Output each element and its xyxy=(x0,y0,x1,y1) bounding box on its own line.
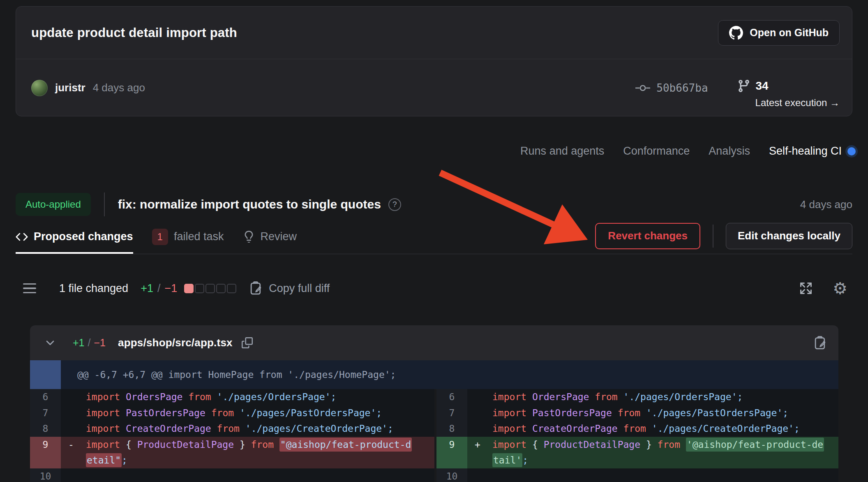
latest-execution-link[interactable]: Latest execution → xyxy=(755,97,840,109)
commit-meta-row: juristr 4 days ago 50b667ba 34 Latest ex… xyxy=(16,59,852,116)
fix-tabs-row: Proposed changes 1 failed task Review Re… xyxy=(16,222,852,254)
expand-fullscreen-icon[interactable] xyxy=(799,281,813,295)
diff-block-square xyxy=(205,284,215,293)
file-list-menu-icon[interactable] xyxy=(23,283,36,294)
commit-sha-group[interactable]: 50b667ba xyxy=(635,82,708,94)
diff-line: 6import OrdersPage from './pages/OrdersP… xyxy=(436,389,838,405)
line-content: import OrdersPage from './pages/OrdersPa… xyxy=(467,389,838,405)
code-icon xyxy=(16,231,28,243)
hunk-gutter xyxy=(30,360,61,389)
line-number: 9 xyxy=(30,437,61,468)
github-icon xyxy=(729,26,743,40)
nav-item-self-healing-ci[interactable]: Self-healing CI xyxy=(769,145,856,158)
nav-item-label: Self-healing CI xyxy=(769,145,842,158)
copy-file-diff-icon[interactable] xyxy=(814,336,827,350)
commit-icon xyxy=(635,83,651,93)
help-icon[interactable]: ? xyxy=(388,198,401,211)
diff-line: 6import OrdersPage from './pages/OrdersP… xyxy=(30,389,434,405)
diff-blocks-indicator xyxy=(184,284,236,293)
execution-group: 34 Latest execution → xyxy=(737,79,840,109)
auto-applied-badge: Auto-applied xyxy=(16,193,91,216)
fix-tabs: Proposed changes 1 failed task Review xyxy=(16,222,297,254)
edit-changes-locally-button[interactable]: Edit changes locally xyxy=(726,223,852,249)
self-healing-ci-page: update product detail import path Open o… xyxy=(0,0,868,482)
status-dot xyxy=(847,147,856,155)
diff-line: 9+import { ProductDetailPage } from '@ai… xyxy=(436,437,838,468)
line-number: 7 xyxy=(30,405,61,421)
line-number: 7 xyxy=(436,405,467,421)
clipboard-icon xyxy=(250,281,263,295)
diff-line: 7import PastOrdersPage from './pages/Pas… xyxy=(436,405,838,421)
git-branch-icon xyxy=(737,79,751,93)
diff-toolbar: 1 file changed +1 / −1 Copy full diff ⚙ xyxy=(16,271,852,306)
avatar[interactable] xyxy=(31,80,48,96)
copy-path-icon[interactable] xyxy=(242,337,253,348)
diff-block-square xyxy=(227,284,236,293)
divider xyxy=(713,225,713,248)
tab-label: Review xyxy=(261,230,297,243)
diff-block-square xyxy=(184,284,194,293)
line-number: 9 xyxy=(436,437,467,468)
nav-item-analysis[interactable]: Analysis xyxy=(709,145,750,158)
commit-author: juristr xyxy=(55,81,85,94)
line-content: import PastOrdersPage from './pages/Past… xyxy=(61,405,434,421)
line-content: -import { ProductDetailPage } from "@ais… xyxy=(61,437,434,468)
diff-panes: 6import OrdersPage from './pages/OrdersP… xyxy=(30,389,838,482)
execution-count: 34 xyxy=(756,79,769,93)
diff-block-square xyxy=(195,284,204,293)
divider xyxy=(104,192,105,216)
line-content xyxy=(61,468,434,482)
file-deletions: −1 xyxy=(94,337,106,349)
tab-proposed-changes[interactable]: Proposed changes xyxy=(16,222,133,254)
line-number: 8 xyxy=(30,421,61,437)
nav-item-runs-and-agents[interactable]: Runs and agents xyxy=(520,145,604,158)
workspace-nav: Runs and agents Conformance Analysis Sel… xyxy=(520,145,856,158)
file-slash: / xyxy=(88,337,91,349)
diff-line: 10 xyxy=(436,468,838,482)
line-content: import CreateOrderPage from './pages/Cre… xyxy=(61,421,434,437)
fix-title: fix: normalize import quotes to single q… xyxy=(118,197,381,211)
diff-line: 8import CreateOrderPage from './pages/Cr… xyxy=(30,421,434,437)
line-number: 6 xyxy=(30,389,61,405)
line-number: 6 xyxy=(436,389,467,405)
tab-review[interactable]: Review xyxy=(243,222,297,254)
file-additions: +1 xyxy=(73,337,85,349)
failed-task-count-badge: 1 xyxy=(152,229,168,245)
diff-pane-new: 6import OrdersPage from './pages/OrdersP… xyxy=(436,389,838,482)
page-title: update product detail import path xyxy=(31,25,718,40)
toolbar-additions: +1 xyxy=(141,282,153,295)
line-number: 10 xyxy=(30,468,61,482)
diff-file-header: +1 / −1 apps/shop/src/app.tsx xyxy=(30,325,838,360)
diff-file-card: +1 / −1 apps/shop/src/app.tsx @@ -6,7 +6… xyxy=(30,325,838,482)
diff-line: 7import PastOrdersPage from './pages/Pas… xyxy=(30,405,434,421)
nav-item-conformance[interactable]: Conformance xyxy=(623,145,690,158)
file-path: apps/shop/src/app.tsx xyxy=(118,336,233,349)
line-content xyxy=(467,468,838,482)
tab-failed-task[interactable]: 1 failed task xyxy=(152,222,224,254)
commit-sha: 50b667ba xyxy=(656,82,708,94)
line-content: +import { ProductDetailPage } from '@ais… xyxy=(467,437,838,468)
tab-label: Proposed changes xyxy=(34,230,133,243)
hunk-header: @@ -6,7 +6,7 @@ import HomePage from './… xyxy=(30,360,838,389)
diff-block-square xyxy=(216,284,226,293)
gear-icon[interactable]: ⚙ xyxy=(833,280,847,297)
toolbar-slash: / xyxy=(157,282,161,295)
copy-full-diff-label: Copy full diff xyxy=(269,282,330,295)
hunk-text: @@ -6,7 +6,7 @@ import HomePage from './… xyxy=(61,360,396,389)
chevron-down-icon[interactable] xyxy=(44,337,56,349)
revert-changes-button[interactable]: Revert changes xyxy=(595,223,700,249)
diff-line: 8import CreateOrderPage from './pages/Cr… xyxy=(436,421,838,437)
commit-title-row: update product detail import path Open o… xyxy=(16,7,852,59)
fix-actions: Revert changes Edit changes locally xyxy=(595,222,852,254)
diff-line: 10 xyxy=(30,468,434,482)
lightbulb-icon xyxy=(243,231,255,243)
copy-full-diff-button[interactable]: Copy full diff xyxy=(250,281,330,295)
fix-header-row: Auto-applied fix: normalize import quote… xyxy=(16,189,852,220)
open-on-github-button[interactable]: Open on GitHub xyxy=(718,20,840,46)
commit-card: update product detail import path Open o… xyxy=(16,6,852,116)
line-number: 8 xyxy=(436,421,467,437)
line-content: import CreateOrderPage from './pages/Cre… xyxy=(467,421,838,437)
line-number: 10 xyxy=(436,468,467,482)
diff-pane-old: 6import OrdersPage from './pages/OrdersP… xyxy=(30,389,434,482)
files-changed-label: 1 file changed xyxy=(59,282,128,295)
